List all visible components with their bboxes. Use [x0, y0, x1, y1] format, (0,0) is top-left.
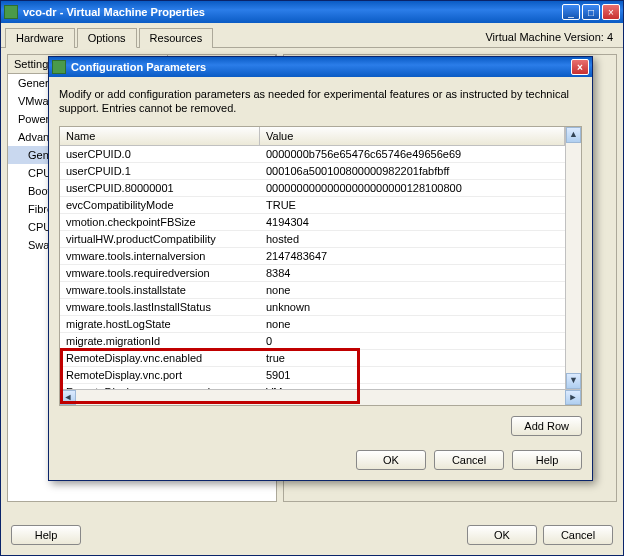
param-value-cell[interactable]: 2147483647	[260, 248, 565, 264]
modal-title: Configuration Parameters	[71, 61, 571, 73]
table-row[interactable]: vmware.tools.requiredversion8384	[60, 265, 565, 282]
main-cancel-button[interactable]: Cancel	[543, 525, 613, 545]
minimize-button[interactable]: _	[562, 4, 580, 20]
tab-resources[interactable]: Resources	[139, 28, 214, 48]
scroll-track-h[interactable]	[76, 390, 565, 405]
main-title: vco-dr - Virtual Machine Properties	[23, 6, 562, 18]
vm-version-label: Virtual Machine Version: 4	[485, 31, 613, 43]
param-value-cell[interactable]: 4194304	[260, 214, 565, 230]
tab-hardware[interactable]: Hardware	[5, 28, 75, 48]
main-titlebar[interactable]: vco-dr - Virtual Machine Properties _ □ …	[1, 1, 623, 23]
modal-description: Modify or add configuration parameters a…	[59, 87, 582, 116]
modal-close-button[interactable]: ×	[571, 59, 589, 75]
param-value-cell[interactable]: TRUE	[260, 197, 565, 213]
param-value-cell[interactable]: true	[260, 350, 565, 366]
table-row[interactable]: vmware.tools.installstatenone	[60, 282, 565, 299]
table-row[interactable]: userCPUID.1000106a500100800000982201fabf…	[60, 163, 565, 180]
param-value-cell[interactable]: 8384	[260, 265, 565, 281]
param-value-cell[interactable]: none	[260, 282, 565, 298]
param-name-cell[interactable]: vmware.tools.requiredversion	[60, 265, 260, 281]
table-row[interactable]: virtualHW.productCompatibilityhosted	[60, 231, 565, 248]
modal-app-icon	[52, 60, 66, 74]
add-row-button[interactable]: Add Row	[511, 416, 582, 436]
table-row[interactable]: vmotion.checkpointFBSize4194304	[60, 214, 565, 231]
scroll-down-icon[interactable]: ▼	[566, 373, 581, 389]
main-window: vco-dr - Virtual Machine Properties _ □ …	[0, 0, 624, 556]
col-header-value[interactable]: Value	[260, 127, 565, 145]
scroll-left-icon[interactable]: ◄	[60, 390, 76, 405]
param-value-cell[interactable]: hosted	[260, 231, 565, 247]
table-row[interactable]: vmware.tools.internalversion2147483647	[60, 248, 565, 265]
main-help-button[interactable]: Help	[11, 525, 81, 545]
modal-help-button[interactable]: Help	[512, 450, 582, 470]
param-value-cell[interactable]: none	[260, 316, 565, 332]
modal-cancel-button[interactable]: Cancel	[434, 450, 504, 470]
modal-ok-button[interactable]: OK	[356, 450, 426, 470]
param-name-cell[interactable]: evcCompatibilityMode	[60, 197, 260, 213]
table-row[interactable]: evcCompatibilityModeTRUE	[60, 197, 565, 214]
param-name-cell[interactable]: vmware.tools.installstate	[60, 282, 260, 298]
main-ok-button[interactable]: OK	[467, 525, 537, 545]
table-row[interactable]: RemoteDisplay.vnc.port5901	[60, 367, 565, 384]
param-name-cell[interactable]: RemoteDisplay.vnc.port	[60, 367, 260, 383]
scroll-up-icon[interactable]: ▲	[566, 127, 581, 143]
table-row[interactable]: migrate.hostLogStatenone	[60, 316, 565, 333]
table-row[interactable]: userCPUID.00000000b756e65476c65746e49656…	[60, 146, 565, 163]
maximize-button[interactable]: □	[582, 4, 600, 20]
app-icon	[4, 5, 18, 19]
param-value-cell[interactable]: 5901	[260, 367, 565, 383]
param-table: Name Value userCPUID.00000000b756e65476c…	[59, 126, 582, 406]
param-value-cell[interactable]: 000106a500100800000982201fabfbff	[260, 163, 565, 179]
vertical-scrollbar[interactable]: ▲ ▼	[565, 127, 581, 389]
param-name-cell[interactable]: userCPUID.0	[60, 146, 260, 162]
param-name-cell[interactable]: vmotion.checkpointFBSize	[60, 214, 260, 230]
table-row[interactable]: RemoteDisplay.vnc.enabledtrue	[60, 350, 565, 367]
param-value-cell[interactable]: 00000000000000000000000128100800	[260, 180, 565, 196]
close-button[interactable]: ×	[602, 4, 620, 20]
param-value-cell[interactable]: 0000000b756e65476c65746e49656e69	[260, 146, 565, 162]
config-params-dialog: Configuration Parameters × Modify or add…	[48, 56, 593, 481]
param-name-cell[interactable]: migrate.migrationId	[60, 333, 260, 349]
param-name-cell[interactable]: RemoteDisplay.vnc.enabled	[60, 350, 260, 366]
param-name-cell[interactable]: userCPUID.1	[60, 163, 260, 179]
param-value-cell[interactable]: 0	[260, 333, 565, 349]
col-header-name[interactable]: Name	[60, 127, 260, 145]
table-row[interactable]: vmware.tools.lastInstallStatusunknown	[60, 299, 565, 316]
tab-options[interactable]: Options	[77, 28, 137, 48]
table-row[interactable]: migrate.migrationId0	[60, 333, 565, 350]
param-name-cell[interactable]: migrate.hostLogState	[60, 316, 260, 332]
horizontal-scrollbar[interactable]: ◄ ►	[60, 389, 581, 405]
param-name-cell[interactable]: vmware.tools.lastInstallStatus	[60, 299, 260, 315]
param-name-cell[interactable]: userCPUID.80000001	[60, 180, 260, 196]
scroll-right-icon[interactable]: ►	[565, 390, 581, 405]
param-name-cell[interactable]: virtualHW.productCompatibility	[60, 231, 260, 247]
param-value-cell[interactable]: unknown	[260, 299, 565, 315]
param-name-cell[interactable]: vmware.tools.internalversion	[60, 248, 260, 264]
table-row[interactable]: userCPUID.800000010000000000000000000000…	[60, 180, 565, 197]
modal-titlebar[interactable]: Configuration Parameters ×	[49, 57, 592, 77]
scroll-track-v[interactable]	[566, 143, 581, 373]
